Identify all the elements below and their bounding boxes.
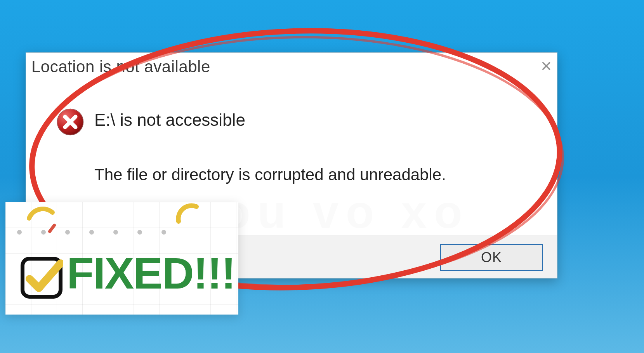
error-body: The file or directory is corrupted and u… [94, 165, 446, 184]
confetti-icon [47, 221, 63, 236]
checkmark-box-icon [20, 256, 63, 299]
ok-button[interactable]: OK [440, 244, 543, 271]
fixed-badge: FIXED!!! [5, 202, 238, 315]
fixed-label: FIXED!!! [67, 248, 235, 299]
confetti-icon [169, 195, 204, 230]
error-heading: E:\ is not accessible [94, 110, 245, 130]
close-icon[interactable]: × [541, 55, 552, 77]
badge-dots [17, 230, 166, 235]
error-icon [56, 108, 84, 136]
dialog-title: Location is not available [31, 57, 210, 76]
